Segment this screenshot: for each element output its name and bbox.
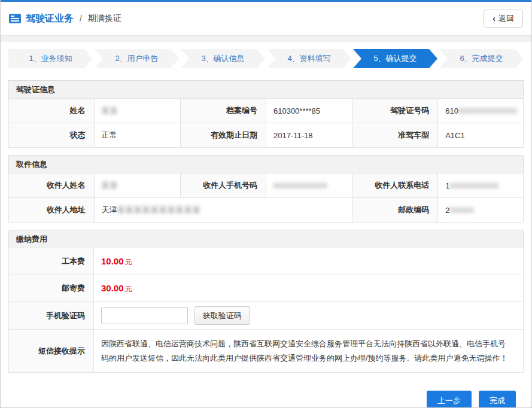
payment-table: 工本费 10.00元 邮寄费 30.00元 手机验证码 获取验证码 短信接收提示 <box>8 248 524 373</box>
table-row: 状态 正常 有效期止日期 2017-11-18 准驾车型 A1C1 <box>9 123 524 148</box>
license-no-value: 610000000000000 <box>438 99 524 123</box>
fee-unit: 元 <box>125 258 132 266</box>
recipient-name-value: 某某 <box>94 173 180 198</box>
page-subtitle: 期满换证 <box>88 13 121 24</box>
step-label: 5、确认提交 <box>373 54 417 63</box>
back-button-label: 返回 <box>498 13 514 24</box>
table-row: 姓名 某某 档案编号 610300****85 驾驶证号码 6100000000… <box>9 99 524 123</box>
verification-code-input[interactable] <box>101 307 188 324</box>
name-value: 某某 <box>94 99 180 123</box>
pickup-table: 收件人姓名 某某 收件人手机号码 00000000000 收件人联系电话 100… <box>8 173 524 223</box>
header-divider <box>1 36 531 42</box>
redacted-text: 某某 <box>102 181 118 190</box>
prev-step-button[interactable]: 上一步 <box>427 391 472 408</box>
expiry-value: 2017-11-18 <box>266 123 352 148</box>
verification-code-label: 手机验证码 <box>9 302 94 330</box>
fee-amount: 10.00 <box>101 256 124 266</box>
recipient-mobile-value: 00000000000 <box>266 173 352 198</box>
redacted-text: 某某 <box>102 106 118 115</box>
redacted-text: 000000000000 <box>458 106 518 115</box>
step-1-notice: 1、业务须知 <box>8 49 93 68</box>
vehicle-type-label: 准驾车型 <box>352 123 438 148</box>
vehicle-type-value: A1C1 <box>438 123 524 148</box>
header: 驾驶证业务 / 期满换证 ‹ 返回 <box>1 2 531 36</box>
section-title-license: 驾驶证信息 <box>8 80 524 98</box>
step-label: 3、确认信息 <box>201 54 244 63</box>
step-label: 6、完成提交 <box>460 54 503 63</box>
address-prefix: 天津 <box>102 205 117 214</box>
fee-amount: 30.00 <box>101 283 124 293</box>
step-5-confirm-submit: 5、确认提交 <box>353 49 437 68</box>
steps-bar: 1、业务须知 2、用户申告 3、确认信息 4、资料填写 5、确认提交 6、完成提… <box>1 42 531 74</box>
recipient-name-label: 收件人姓名 <box>9 173 95 198</box>
step-label: 4、资料填写 <box>287 54 330 63</box>
verification-code-cell: 获取验证码 <box>94 302 524 330</box>
redacted-text: 00000 <box>449 206 474 215</box>
footer-actions: 上一步 完成 <box>8 380 524 408</box>
table-row: 收件人地址 天津某某某某某某某某某某 邮政编码 200000 <box>9 198 524 223</box>
header-title-group: 驾驶证业务 / 期满换证 <box>9 13 121 25</box>
production-fee-label: 工本费 <box>9 248 94 275</box>
license-card-icon <box>9 14 21 23</box>
table-row: 邮寄费 30.00元 <box>9 275 524 302</box>
fee-unit: 元 <box>125 285 132 293</box>
section-title-pickup: 取件信息 <box>8 155 524 173</box>
section-license: 驾驶证信息 姓名 某某 档案编号 610300****85 驾驶证号码 6100… <box>8 80 524 148</box>
section-title-payment: 缴纳费用 <box>8 230 524 248</box>
back-button[interactable]: ‹ 返回 <box>484 10 523 28</box>
page: 驾驶证业务 / 期满换证 ‹ 返回 1、业务须知 2、用户申告 3、确认信息 4… <box>0 0 532 408</box>
status-label: 状态 <box>9 123 95 148</box>
step-label: 2、用户申告 <box>115 54 158 63</box>
license-no-label: 驾驶证号码 <box>352 99 438 123</box>
table-row: 手机验证码 获取验证码 <box>9 302 524 330</box>
table-row: 短信接收提示 因陕西省联通、电信运营商技术问题，陕西省互联网交通安全综合服务管理… <box>9 330 524 373</box>
file-no-label: 档案编号 <box>181 99 266 123</box>
address-value: 天津某某某某某某某某某某 <box>94 198 352 223</box>
production-fee-value: 10.00元 <box>94 248 524 275</box>
recipient-phone-label: 收件人联系电话 <box>352 173 438 198</box>
redacted-text: 00000000000 <box>273 181 328 190</box>
step-4-fill-data: 4、资料填写 <box>267 49 351 68</box>
recipient-phone-value: 10000000000 <box>438 173 524 198</box>
redacted-text: 某某某某某某某某某某 <box>117 205 201 214</box>
step-2-declaration: 2、用户申告 <box>95 49 179 68</box>
license-table: 姓名 某某 档案编号 610300****85 驾驶证号码 6100000000… <box>8 98 524 148</box>
main-content: 驾驶证信息 姓名 某某 档案编号 610300****85 驾驶证号码 6100… <box>1 74 531 408</box>
table-row: 收件人姓名 某某 收件人手机号码 00000000000 收件人联系电话 100… <box>9 173 524 198</box>
finish-button[interactable]: 完成 <box>479 391 516 408</box>
chevron-left-icon: ‹ <box>493 14 495 23</box>
section-pickup: 取件信息 收件人姓名 某某 收件人手机号码 00000000000 收件人联系电… <box>8 155 524 223</box>
name-label: 姓名 <box>9 99 95 123</box>
step-label: 1、业务须知 <box>29 54 72 63</box>
section-payment: 缴纳费用 工本费 10.00元 邮寄费 30.00元 手机验证码 获取验证码 <box>8 230 524 373</box>
expiry-label: 有效期止日期 <box>181 123 266 148</box>
recipient-mobile-label: 收件人手机号码 <box>181 173 266 198</box>
file-no-value: 610300****85 <box>266 99 352 123</box>
step-6-complete: 6、完成提交 <box>439 49 524 68</box>
zip-value: 200000 <box>438 198 524 223</box>
title-separator: / <box>80 14 82 23</box>
zip-label: 邮政编码 <box>352 198 438 223</box>
mailing-fee-value: 30.00元 <box>94 275 524 302</box>
sms-notice-text: 因陕西省联通、电信运营商技术问题，陕西省互联网交通安全综合服务管理平台无法向持陕… <box>94 330 524 373</box>
page-title: 驾驶证业务 <box>26 13 74 25</box>
status-value: 正常 <box>94 123 180 148</box>
table-row: 工本费 10.00元 <box>9 248 524 275</box>
license-no-prefix: 610 <box>445 106 458 115</box>
address-label: 收件人地址 <box>9 198 95 223</box>
redacted-text: 0000000000 <box>449 181 498 190</box>
mailing-fee-label: 邮寄费 <box>9 275 94 302</box>
sms-notice-label: 短信接收提示 <box>9 330 94 373</box>
get-code-button[interactable]: 获取验证码 <box>194 306 250 325</box>
step-3-confirm-info: 3、确认信息 <box>181 49 265 68</box>
